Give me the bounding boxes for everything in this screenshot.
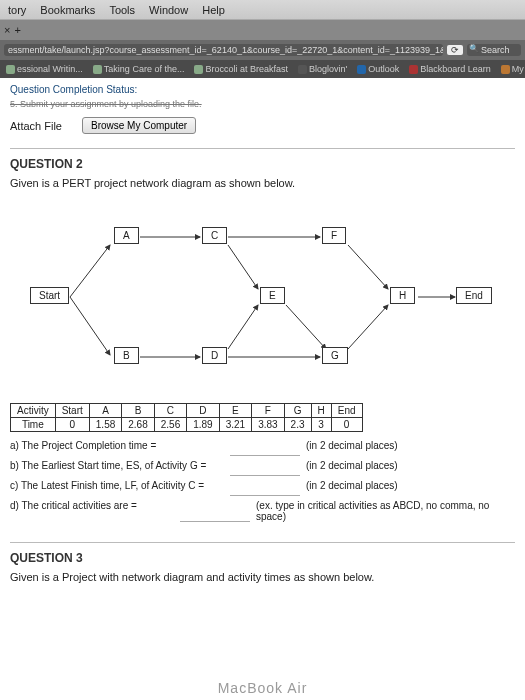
bookmark-icon [357,65,366,74]
bookmark-icon [93,65,102,74]
node-g: G [322,347,348,364]
step-text: 5. Submit your assignment by uploading t… [10,97,515,111]
answer-c: c) The Latest Finish time, LF, of Acitiv… [10,478,515,498]
answer-c-hint: (in 2 decimal places) [306,480,398,496]
bookmark-writin[interactable]: essional Writin... [6,64,83,74]
answer-b: b) The Earliest Start time, ES, of Activ… [10,458,515,478]
question-2-text: Given is a PERT project network diagram … [10,171,515,197]
node-c: C [202,227,227,244]
activity-table: ActivityStartABCDEFGHEnd Time01.582.682.… [10,403,363,432]
answer-b-hint: (in 2 decimal places) [306,460,398,476]
bookmark-bloglovin[interactable]: Bloglovin' [298,64,347,74]
svg-line-10 [348,305,388,349]
menubar: tory Bookmarks Tools Window Help [0,0,525,20]
question-2-header: QUESTION 2 [10,148,515,171]
refresh-button[interactable]: ⟳ [447,45,463,55]
answer-a: a) The Project Completion time =(in 2 de… [10,438,515,458]
bookmark-taking-care[interactable]: Taking Care of the... [93,64,185,74]
question-3-text: Given is a Project with network diagram … [10,565,515,591]
answer-b-input[interactable] [230,460,300,476]
bookmark-icon [298,65,307,74]
answer-d-input[interactable] [180,500,250,522]
answer-a-hint: (in 2 decimal places) [306,440,398,456]
attach-row: Attach File Browse My Computer [10,117,515,134]
node-b: B [114,347,139,364]
svg-line-8 [286,305,326,349]
attach-label: Attach File [10,120,62,132]
tab-close-icon[interactable]: × [4,24,10,36]
node-e: E [260,287,285,304]
browse-button[interactable]: Browse My Computer [82,117,196,134]
answer-c-input[interactable] [230,480,300,496]
bookmark-outlook[interactable]: Outlook [357,64,399,74]
node-end: End [456,287,492,304]
bookmark-icon [194,65,203,74]
answer-a-input[interactable] [230,440,300,456]
svg-line-4 [228,245,258,289]
node-f: F [322,227,346,244]
bookmark-icon [501,65,510,74]
table-header-row: ActivityStartABCDEFGHEnd [11,404,363,418]
answer-d-hint: (ex. type in critical activities as ABCD… [256,500,515,522]
menu-help[interactable]: Help [202,4,225,16]
menu-window[interactable]: Window [149,4,188,16]
tabbar: × + [0,20,525,40]
search-field[interactable]: Search [467,44,521,56]
answer-d: d) The critical activities are =(ex. typ… [10,498,515,524]
svg-line-1 [70,297,110,355]
question-3-header: QUESTION 3 [10,542,515,565]
page-content: Question Completion Status: 5. Submit yo… [0,78,525,700]
completion-status: Question Completion Status: [10,82,515,97]
bookmark-broccoli[interactable]: Broccoli at Breakfast [194,64,288,74]
urlbar: essment/take/launch.jsp?course_assessmen… [0,40,525,60]
pert-diagram: Start A B C D E F G H End [10,197,515,397]
menu-tools[interactable]: Tools [109,4,135,16]
new-tab-button[interactable]: + [14,24,20,36]
menu-bookmarks[interactable]: Bookmarks [40,4,95,16]
menu-history[interactable]: tory [8,4,26,16]
table-time-row: Time01.582.682.561.893.213.832.330 [11,418,363,432]
node-h: H [390,287,415,304]
bookmark-icon [409,65,418,74]
bookmark-myaum[interactable]: My AUM [501,64,525,74]
svg-line-5 [228,305,258,349]
svg-line-9 [348,245,388,289]
node-start: Start [30,287,69,304]
bookmark-blackboard[interactable]: Blackboard Learn [409,64,491,74]
node-d: D [202,347,227,364]
bookmarks-bar: essional Writin... Taking Care of the...… [0,60,525,78]
bookmark-icon [6,65,15,74]
node-a: A [114,227,139,244]
url-field[interactable]: essment/take/launch.jsp?course_assessmen… [4,44,443,56]
svg-line-0 [70,245,110,297]
